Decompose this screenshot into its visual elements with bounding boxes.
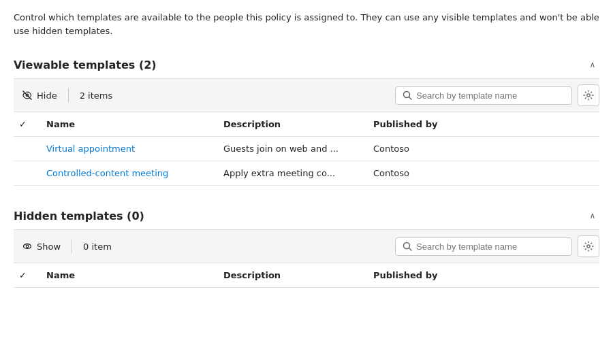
viewable-search-input[interactable] xyxy=(416,90,565,101)
svg-point-8 xyxy=(587,245,590,248)
viewable-toolbar: Hide 2 items xyxy=(14,79,599,112)
col-extra-hidden xyxy=(490,263,599,288)
hidden-settings-button[interactable] xyxy=(578,235,599,257)
viewable-search-box[interactable] xyxy=(395,86,572,105)
hidden-section-collapse-button[interactable]: ∧ xyxy=(586,209,599,222)
row-check[interactable] xyxy=(14,161,41,186)
table-row: Controlled-content meeting Apply extra m… xyxy=(14,161,599,186)
select-all-check-hidden[interactable]: ✓ xyxy=(19,270,27,280)
svg-line-7 xyxy=(409,248,412,251)
svg-point-3 xyxy=(587,94,590,97)
col-name-viewable: Name xyxy=(41,112,218,137)
row-name[interactable]: Virtual appointment xyxy=(41,137,218,161)
col-published-hidden: Published by xyxy=(368,263,490,288)
row-extra xyxy=(490,161,599,186)
viewable-search-area xyxy=(395,84,599,106)
col-description-viewable: Description xyxy=(218,112,368,137)
row-name[interactable]: Controlled-content meeting xyxy=(41,161,218,186)
search-icon-hidden xyxy=(403,242,412,251)
viewable-templates-section: Viewable templates (2) ∧ Hide 2 items xyxy=(14,51,599,186)
viewable-item-count: 2 items xyxy=(72,86,121,105)
hide-button[interactable]: Hide xyxy=(14,86,65,105)
row-check[interactable] xyxy=(14,137,41,161)
svg-point-5 xyxy=(26,245,29,248)
hidden-toolbar-divider xyxy=(72,239,72,253)
hidden-table: ✓ Name Description Published by xyxy=(14,263,599,288)
toolbar-divider xyxy=(68,88,69,102)
viewable-table: ✓ Name Description Published by Virtual … xyxy=(14,112,599,186)
viewable-table-header-row: ✓ Name Description Published by xyxy=(14,112,599,137)
hide-icon xyxy=(22,90,33,101)
row-description: Apply extra meeting co... xyxy=(218,161,368,186)
table-row: Virtual appointment Guests join on web a… xyxy=(14,137,599,161)
hidden-toolbar: Show 0 item xyxy=(14,230,599,263)
svg-line-2 xyxy=(409,97,412,100)
hide-label: Hide xyxy=(37,90,57,101)
hidden-section-title: Hidden templates (0) xyxy=(14,210,144,222)
hidden-search-area xyxy=(395,235,599,257)
gear-icon-hidden xyxy=(583,241,594,252)
col-extra-viewable xyxy=(490,112,599,137)
viewable-section-title: Viewable templates (2) xyxy=(14,59,157,71)
show-label: Show xyxy=(37,242,61,252)
row-published-by: Contoso xyxy=(368,137,490,161)
hidden-table-header-row: ✓ Name Description Published by xyxy=(14,263,599,288)
row-published-by: Contoso xyxy=(368,161,490,186)
eye-icon xyxy=(22,241,33,252)
col-description-hidden: Description xyxy=(218,263,368,288)
show-button[interactable]: Show xyxy=(14,237,69,256)
viewable-section-header: Viewable templates (2) ∧ xyxy=(14,51,599,79)
hidden-search-input[interactable] xyxy=(416,242,565,252)
template-name-link[interactable]: Controlled-content meeting xyxy=(46,168,168,178)
viewable-settings-button[interactable] xyxy=(578,84,599,106)
hidden-section-header: Hidden templates (0) ∧ xyxy=(14,202,599,230)
page-description: Control which templates are available to… xyxy=(14,11,599,37)
hidden-item-count: 0 item xyxy=(75,237,120,256)
col-published-viewable: Published by xyxy=(368,112,490,137)
hidden-templates-section: Hidden templates (0) ∧ Show 0 item xyxy=(14,202,599,288)
col-check-hidden: ✓ xyxy=(14,263,41,288)
viewable-section-collapse-button[interactable]: ∧ xyxy=(586,58,599,71)
template-name-link[interactable]: Virtual appointment xyxy=(46,144,135,154)
hidden-search-box[interactable] xyxy=(395,237,572,256)
row-extra xyxy=(490,137,599,161)
col-check-viewable: ✓ xyxy=(14,112,41,137)
select-all-check-viewable[interactable]: ✓ xyxy=(19,119,27,129)
row-description: Guests join on web and ... xyxy=(218,137,368,161)
gear-icon xyxy=(583,90,594,101)
col-name-hidden: Name xyxy=(41,263,218,288)
svg-point-4 xyxy=(24,244,31,249)
search-icon xyxy=(403,90,412,100)
